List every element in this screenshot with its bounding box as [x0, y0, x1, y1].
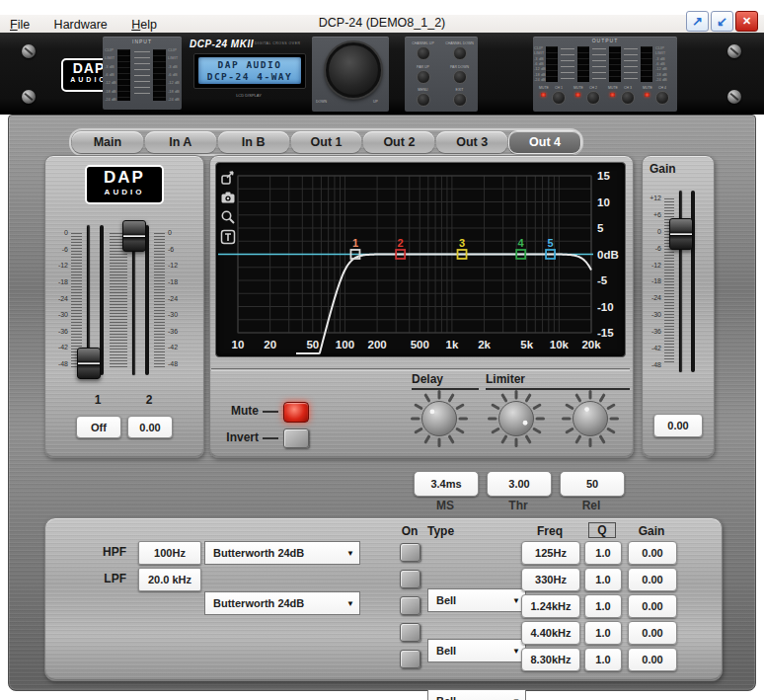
ch3-mute-button — [621, 91, 635, 105]
tab-main[interactable]: Main — [72, 131, 143, 153]
tab-in-a[interactable]: In A — [145, 131, 216, 153]
rel-label: Rel — [560, 499, 623, 512]
screw-icon — [22, 44, 36, 58]
eq-band3-on-button[interactable] — [400, 596, 420, 615]
window-popout-icon[interactable]: ↗ — [686, 11, 709, 32]
input-meter-b — [153, 49, 166, 101]
output-meter — [641, 46, 652, 82]
fader2-value-button[interactable]: 0.00 — [127, 416, 173, 438]
eq-band3-freq-field[interactable]: 1.24kHz — [521, 594, 580, 618]
eq-header-freq: Freq — [520, 524, 579, 538]
svg-text:5: 5 — [597, 222, 604, 234]
input-meter-a — [117, 49, 130, 101]
svg-text:50: 50 — [306, 339, 319, 350]
eq-band1-on-button[interactable] — [400, 543, 420, 562]
eq-band2-gain-field[interactable]: 0.00 — [628, 568, 677, 591]
lpf-type-dropdown[interactable]: Butterworth 24dB▼ — [204, 591, 360, 615]
lpf-freq-field[interactable]: 20.0 kHz — [138, 568, 201, 591]
invert-button[interactable] — [283, 428, 309, 448]
zoom-icon[interactable] — [220, 209, 236, 225]
hpf-freq-field[interactable]: 100Hz — [138, 541, 201, 565]
svg-text:20k: 20k — [581, 339, 601, 350]
lpf-label: LPF — [87, 572, 126, 585]
meter-scale-labels: CLIPLIMIT-3 dB-6 dB-12 dB-18 dB-24 dB — [105, 48, 116, 102]
eq-header-type: Type — [427, 524, 477, 538]
eq-band2-type-dropdown[interactable]: Bell▼ — [427, 639, 526, 662]
output-meter — [546, 46, 558, 82]
eq-band1-freq-field[interactable]: 125Hz — [521, 541, 580, 565]
svg-text:500: 500 — [411, 339, 429, 350]
lpf-type-value: Butterworth 24dB — [213, 597, 304, 609]
meter-scale-labels: CLIPLIMIT-3 dB-6 dB-12 dB-18 dB-24 dB — [168, 48, 180, 102]
menu-button — [417, 93, 430, 107]
eq-band2-freq-field[interactable]: 330Hz — [521, 568, 580, 591]
graph-toolbar — [220, 170, 236, 249]
window-popin-icon[interactable]: ↙ — [711, 11, 733, 32]
fader-scale-left: 0-6-12-18-24-30-36-42-48 — [48, 229, 68, 367]
eq-band1-gain-field[interactable]: 0.00 — [628, 541, 677, 565]
eq-band4-on-button[interactable] — [400, 623, 420, 642]
eq-band3-type-dropdown[interactable]: Bell▼ — [427, 689, 526, 700]
eq-band5-gain-field[interactable]: 0.00 — [628, 648, 677, 671]
eq-band2-on-button[interactable] — [400, 570, 420, 588]
lcd-caption: LCD DISPLAY — [193, 93, 304, 98]
channel-down-button — [453, 46, 467, 60]
fader1-handle[interactable] — [77, 348, 101, 379]
eq-band1-type-dropdown[interactable]: Bell▼ — [427, 588, 526, 612]
delay-knob[interactable] — [409, 388, 470, 449]
eq-band2-q-field[interactable]: 1.0 — [584, 568, 622, 591]
chevron-down-icon: ▼ — [512, 596, 520, 605]
text-icon[interactable] — [220, 229, 236, 245]
camera-icon[interactable] — [220, 190, 236, 205]
fader1-value-button[interactable]: Off — [76, 416, 121, 438]
limiter-threshold-field[interactable]: 3.00 — [487, 471, 552, 497]
hpf-type-dropdown[interactable]: Butterworth 24dB▼ — [204, 541, 360, 565]
eq-band5-freq-field[interactable]: 8.30kHz — [521, 648, 580, 671]
eq-band2-type-value: Bell — [436, 645, 456, 657]
window-controls: ↗ ↙ ✕ — [684, 11, 758, 32]
eq-band3-q-field[interactable]: 1.0 — [584, 594, 622, 618]
screw-icon — [22, 90, 36, 104]
gain-scale: +12+60-6-12-18-24-30-36-42-48 — [644, 194, 661, 368]
delay-ms-field[interactable]: 3.4ms — [414, 471, 479, 497]
limiter-release-knob[interactable] — [560, 388, 621, 449]
par-down-button — [453, 70, 467, 84]
tab-out-3[interactable]: Out 3 — [436, 131, 507, 153]
exit-button — [453, 93, 467, 107]
eq-band4-freq-field[interactable]: 4.40kHz — [521, 621, 580, 645]
gain-fader-handle[interactable] — [669, 218, 693, 250]
limiter-release-field[interactable]: 50 — [560, 471, 625, 497]
eq-band5-on-button[interactable] — [400, 650, 420, 668]
window-close-icon[interactable]: ✕ — [735, 11, 758, 32]
meter-tick-comb — [561, 48, 574, 80]
eq-band4-gain-field[interactable]: 0.00 — [628, 621, 677, 645]
eq-band5-q-field[interactable]: 1.0 — [584, 648, 622, 671]
eq-band4-q-field[interactable]: 1.0 — [584, 621, 622, 645]
tab-out-1[interactable]: Out 1 — [291, 131, 362, 153]
pan-icon[interactable] — [220, 170, 236, 186]
model-subtitle: DIGITAL CROSS OVER — [255, 41, 301, 45]
meter-tick-comb — [134, 51, 150, 99]
svg-text:-15: -15 — [597, 327, 614, 339]
tab-out-2[interactable]: Out 2 — [363, 131, 434, 153]
tab-out-4[interactable]: Out 4 — [508, 130, 581, 154]
eq-band1-q-field[interactable]: 1.0 — [584, 541, 622, 565]
fader2-handle[interactable] — [122, 220, 146, 252]
mute-led — [541, 93, 546, 97]
graph-canvas[interactable]: 123451020501002005001k2k5k10k20k151050dB… — [216, 163, 625, 356]
frequency-response-graph[interactable]: 123451020501002005001k2k5k10k20k151050dB… — [215, 162, 626, 357]
gain-value-button[interactable]: 0.00 — [653, 414, 703, 437]
svg-text:1k: 1k — [446, 339, 459, 350]
limiter-threshold-knob[interactable] — [486, 388, 547, 449]
svg-text:15: 15 — [597, 170, 610, 182]
eq-band3-gain-field[interactable]: 0.00 — [628, 594, 677, 618]
encoder-down-label: DOWN — [316, 100, 327, 104]
eq-header-q: Q — [588, 522, 616, 538]
mute-button[interactable] — [283, 402, 309, 423]
svg-text:3: 3 — [459, 237, 465, 249]
fader-scale-right: 0-6-12-18-24-30-36-42-48 — [168, 229, 188, 367]
svg-text:20: 20 — [264, 339, 276, 350]
tab-in-b[interactable]: In B — [218, 131, 289, 153]
dap-audio-logo: DAP AUDIO — [85, 165, 164, 204]
tick-comb — [154, 233, 165, 367]
